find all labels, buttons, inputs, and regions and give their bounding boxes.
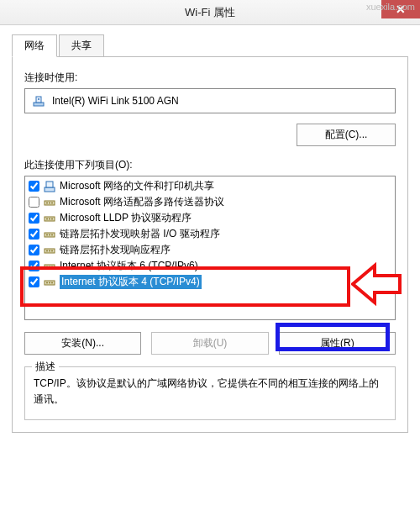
svg-point-19 <box>49 250 50 251</box>
protocol-icon <box>44 213 55 224</box>
list-item[interactable]: Microsoft 网络的文件和打印机共享 <box>29 178 391 194</box>
svg-rect-4 <box>46 182 53 187</box>
description-groupbox: 描述 TCP/IP。该协议是默认的广域网络协议，它提供在不同的相互连接的网络上的… <box>24 366 396 420</box>
list-item-checkbox[interactable] <box>29 197 39 208</box>
svg-point-7 <box>49 202 50 203</box>
adapter-name: Intel(R) WiFi Link 5100 AGN <box>52 95 179 107</box>
tab-panel-network: 连接时使用: Intel(R) WiFi Link 5100 AGN 配置(C)… <box>12 57 408 433</box>
svg-rect-0 <box>34 103 44 106</box>
list-item-label: Internet 协议版本 6 (TCP/IPv6) <box>60 259 198 273</box>
list-item[interactable]: 链路层拓扑发现响应程序 <box>29 242 391 258</box>
svg-point-2 <box>38 98 39 100</box>
svg-point-24 <box>51 266 53 267</box>
svg-point-26 <box>46 282 48 283</box>
protocol-icon <box>44 245 55 256</box>
list-item-checkbox[interactable] <box>29 276 39 287</box>
list-item-checkbox[interactable] <box>29 245 39 255</box>
list-item-label: 链路层拓扑发现映射器 I/O 驱动程序 <box>60 227 220 241</box>
svg-point-18 <box>46 250 48 251</box>
items-label: 此连接使用下列项目(O): <box>24 158 396 172</box>
list-item-checkbox[interactable] <box>29 213 39 224</box>
list-item[interactable]: Microsoft 网络适配器多路传送器协议 <box>29 194 391 210</box>
list-item-checkbox[interactable] <box>29 181 39 192</box>
svg-point-8 <box>51 202 53 203</box>
window-title: Wi-Fi 属性 <box>185 5 235 20</box>
list-item-label: 链路层拓扑发现响应程序 <box>60 243 171 257</box>
adapter-box: Intel(R) WiFi Link 5100 AGN <box>24 88 396 113</box>
list-item-checkbox[interactable] <box>29 261 39 271</box>
list-item[interactable]: 链路层拓扑发现映射器 I/O 驱动程序 <box>29 226 391 242</box>
tab-sharing[interactable]: 共享 <box>59 34 104 57</box>
configure-button[interactable]: 配置(C)... <box>297 124 396 146</box>
protocol-icon <box>44 261 55 272</box>
list-item[interactable]: Internet 协议版本 4 (TCP/IPv4) <box>29 274 391 290</box>
svg-point-14 <box>46 234 48 235</box>
connect-using-label: 连接时使用: <box>24 71 396 85</box>
protocol-icon <box>44 276 55 288</box>
svg-point-10 <box>46 218 48 219</box>
svg-point-12 <box>51 218 53 219</box>
description-legend: 描述 <box>32 360 59 374</box>
list-item[interactable]: Microsoft LLDP 协议驱动程序 <box>29 210 391 226</box>
svg-point-11 <box>49 218 50 219</box>
properties-button[interactable]: 属性(R) <box>279 332 396 355</box>
list-item-label: Microsoft 网络的文件和打印机共享 <box>60 179 214 193</box>
svg-point-22 <box>46 266 48 267</box>
list-item-checkbox[interactable] <box>29 229 39 240</box>
svg-point-27 <box>49 282 50 283</box>
button-row: 安装(N)... 卸载(U) 属性(R) <box>24 332 396 355</box>
protocol-icon <box>44 229 55 240</box>
svg-point-15 <box>49 234 50 235</box>
share-icon <box>44 181 55 192</box>
description-text: TCP/IP。该协议是默认的广域网络协议，它提供在不同的相互连接的网络上的通讯。 <box>34 376 386 408</box>
svg-point-23 <box>49 266 50 267</box>
protocol-icon <box>44 197 55 208</box>
svg-rect-3 <box>45 187 55 192</box>
titlebar: Wi-Fi 属性 ✕ <box>0 0 420 25</box>
list-item-label: Microsoft LLDP 协议驱动程序 <box>60 211 192 225</box>
adapter-icon <box>32 94 45 108</box>
install-button[interactable]: 安装(N)... <box>24 332 141 355</box>
list-item-label: Microsoft 网络适配器多路传送器协议 <box>60 195 224 209</box>
dialog-body: 网络 共享 连接时使用: Intel(R) WiFi Link 5100 AGN… <box>0 25 420 445</box>
svg-point-16 <box>51 234 53 235</box>
tab-strip: 网络 共享 <box>12 34 408 57</box>
uninstall-button: 卸载(U) <box>151 332 268 355</box>
svg-point-20 <box>51 250 53 251</box>
watermark: xuexila.com <box>366 2 415 12</box>
list-item[interactable]: Internet 协议版本 6 (TCP/IPv6) <box>29 258 391 274</box>
svg-point-28 <box>51 282 53 283</box>
tab-network[interactable]: 网络 <box>12 34 57 57</box>
list-item-label: Internet 协议版本 4 (TCP/IPv4) <box>60 275 202 289</box>
components-listbox[interactable]: Microsoft 网络的文件和打印机共享Microsoft 网络适配器多路传送… <box>24 176 396 320</box>
svg-point-6 <box>46 202 48 203</box>
